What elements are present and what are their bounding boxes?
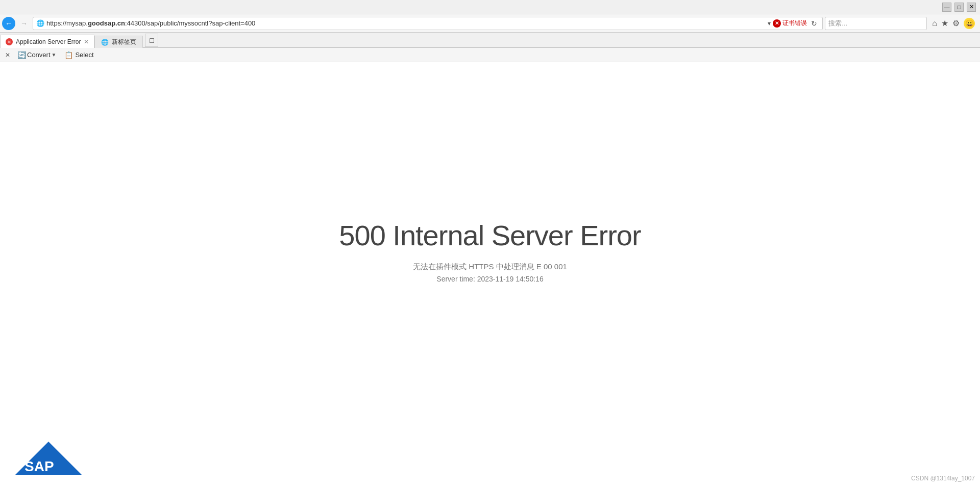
tab-close-1[interactable]: ✕ bbox=[84, 38, 89, 45]
page-toolbar: ✕ 🔄 Convert ▼ 📋 Select bbox=[0, 48, 980, 62]
url-path: :44300/sap/public/myssocntl?sap-client=4… bbox=[125, 19, 255, 27]
new-tab-button[interactable]: □ bbox=[145, 34, 158, 47]
select-icon: 📋 bbox=[64, 51, 73, 59]
svg-text:SAP: SAP bbox=[24, 458, 54, 474]
error-heading: 500 Internal Server Error bbox=[339, 219, 641, 252]
tab-application-server-error[interactable]: ☠ Application Server Error ✕ bbox=[0, 35, 94, 48]
page-icon: 🌐 bbox=[36, 19, 44, 27]
select-button[interactable]: 📋 Select bbox=[61, 50, 96, 60]
tabs-bar: ☠ Application Server Error ✕ 🌐 新标签页 □ bbox=[0, 33, 980, 48]
search-placeholder-text: 搜索... bbox=[828, 19, 847, 28]
address-text: https://mysap.goodsap.cn:44300/sap/publi… bbox=[46, 19, 766, 27]
select-label: Select bbox=[75, 51, 93, 59]
toolbar-icons: ⌂ ★ ⚙ 😀 bbox=[929, 18, 978, 29]
url-protocol: https://mysap. bbox=[46, 19, 88, 27]
csdn-watermark: CSDN @1314lay_1007 bbox=[911, 475, 975, 482]
minimize-btn[interactable]: — bbox=[942, 3, 951, 12]
tab-error-icon: ☠ bbox=[6, 38, 13, 45]
convert-button[interactable]: 🔄 Convert ▼ bbox=[14, 50, 59, 60]
settings-icon[interactable]: ⚙ bbox=[952, 18, 960, 28]
forward-button[interactable]: → bbox=[17, 17, 31, 30]
search-box[interactable]: 搜索... bbox=[825, 17, 927, 30]
cert-error-badge[interactable]: ✕ 证书错误 bbox=[773, 19, 807, 28]
cert-error-icon: ✕ bbox=[773, 19, 781, 28]
tab-label-2: 新标签页 bbox=[112, 38, 136, 46]
sap-logo: SAP bbox=[15, 442, 82, 475]
convert-label: Convert bbox=[27, 51, 51, 59]
favorites-icon[interactable]: ★ bbox=[941, 18, 948, 28]
sap-logo-area: SAP bbox=[15, 442, 82, 477]
smiley-icon[interactable]: 😀 bbox=[964, 18, 975, 29]
convert-icon: 🔄 bbox=[17, 51, 26, 59]
toolbar-close-button[interactable]: ✕ bbox=[3, 50, 12, 60]
back-button[interactable]: ← bbox=[2, 17, 15, 30]
new-tab-icon: 🌐 bbox=[101, 39, 109, 46]
convert-dropdown-arrow[interactable]: ▼ bbox=[52, 52, 57, 58]
error-subtitle: 无法在插件模式 HTTPS 中处理消息 E 00 001 bbox=[413, 262, 567, 272]
address-box[interactable]: 🌐 https://mysap.goodsap.cn:44300/sap/pub… bbox=[33, 17, 823, 30]
address-dropdown-arrow[interactable]: ▾ bbox=[768, 20, 771, 27]
page-content: 500 Internal Server Error 无法在插件模式 HTTPS … bbox=[0, 62, 980, 419]
close-btn[interactable]: ✕ bbox=[967, 3, 976, 12]
url-domain: goodsap.cn bbox=[88, 19, 125, 27]
refresh-button[interactable]: ↻ bbox=[809, 18, 819, 29]
browser-titlebar: — □ ✕ bbox=[0, 0, 980, 14]
home-icon[interactable]: ⌂ bbox=[932, 19, 937, 28]
tab-new-tab[interactable]: 🌐 新标签页 bbox=[94, 36, 143, 48]
page-body: 500 Internal Server Error 无法在插件模式 HTTPS … bbox=[0, 62, 980, 480]
maximize-btn[interactable]: □ bbox=[954, 3, 964, 12]
address-bar-area: ← → 🌐 https://mysap.goodsap.cn:44300/sap… bbox=[0, 14, 980, 33]
tab-label-1: Application Server Error bbox=[16, 38, 81, 45]
cert-error-label: 证书错误 bbox=[782, 19, 807, 28]
error-timestamp: Server time: 2023-11-19 14:50:16 bbox=[436, 275, 543, 283]
